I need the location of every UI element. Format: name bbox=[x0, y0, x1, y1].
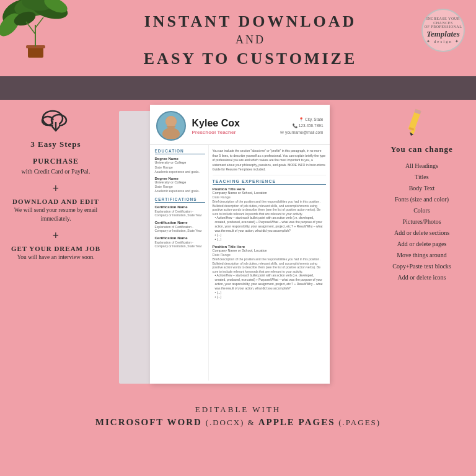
dark-banner bbox=[0, 76, 476, 100]
resume-body: EDUCATION Degree Name University or Coll… bbox=[150, 145, 330, 381]
purchase-section: PURCHASE with Credit Card or PayPal. bbox=[22, 157, 90, 176]
cert-item-2: Certification Name Explanation of Certif… bbox=[155, 221, 205, 233]
logo: INCREASE YOUR CHANCESOF PROFESSIONAL Tem… bbox=[421, 9, 465, 52]
footer-line2: MICROSOFT WORD (.docx) & APPLE PAGES (.p… bbox=[6, 417, 470, 428]
resume-header: Kylee Cox Preschool Teacher 📍City, State… bbox=[150, 105, 330, 145]
footer-docx: (.docx) & bbox=[206, 418, 255, 427]
change-item-add-delete-pages: Add or delete pages bbox=[392, 239, 451, 250]
change-item-fonts: Fonts (size and color) bbox=[392, 194, 451, 205]
change-item-add-delete-sections: Add or delete sections bbox=[392, 227, 451, 239]
resume-left-col: EDUCATION Degree Name University or Coll… bbox=[150, 145, 209, 381]
job-item-2: Position Title Here Company Name or Scho… bbox=[213, 245, 326, 299]
education-item-2: Degree Name University or College Date R… bbox=[155, 177, 205, 193]
resume-right-col: You can include the section "about me" o… bbox=[209, 145, 330, 381]
certifications-title: CERTIFICATIONS bbox=[155, 197, 205, 203]
header-line1: INSTANT DOWNLOAD bbox=[87, 11, 414, 32]
cert-item-1: Certification Name Explanation of Certif… bbox=[155, 205, 205, 218]
resume-summary: You can include the section "about me" o… bbox=[213, 149, 326, 175]
header-line2: AND bbox=[87, 32, 414, 48]
resume-job-title: Preschool Teacher bbox=[192, 130, 274, 135]
download-title: DOWNLOAD AND EDIT bbox=[6, 198, 105, 205]
change-item-copy-paste: Copy+Paste text blocks bbox=[392, 261, 451, 272]
change-item-move-around: Move things around bbox=[392, 250, 451, 261]
you-can-change-label: You can change bbox=[390, 144, 453, 154]
education-item-1: Degree Name University or College Date R… bbox=[155, 157, 205, 174]
footer-pages: (.pages) bbox=[338, 418, 381, 427]
plus-1: + bbox=[53, 182, 59, 195]
footer-line1: EDITABLE WITH bbox=[6, 405, 470, 415]
footer-word: MICROSOFT WORD bbox=[95, 417, 202, 427]
change-item-body-text: Body Text bbox=[392, 183, 451, 194]
purchase-title: PURCHASE bbox=[22, 157, 90, 166]
main-content: 3 Easy Steps PURCHASE with Credit Card o… bbox=[0, 100, 476, 397]
change-item-all-headings: All Headings bbox=[392, 161, 451, 172]
change-list: All Headings Titles Body Text Fonts (siz… bbox=[392, 161, 451, 283]
footer-apple: APPLE PAGES bbox=[258, 417, 335, 427]
resume-contact: 📍City, State 📞123.456.7891 ✉yourname@mai… bbox=[280, 117, 324, 136]
download-desc: We will send your resume by email immedi… bbox=[6, 206, 105, 223]
resume-name: Kylee Cox bbox=[192, 117, 274, 129]
resume-name-section: Kylee Cox Preschool Teacher bbox=[192, 117, 274, 135]
right-panel: You can change All Headings Titles Body … bbox=[374, 105, 470, 392]
top-header: INSTANT DOWNLOAD AND EASY TO CUSTOMIZE bbox=[0, 0, 476, 76]
plus-2: + bbox=[53, 229, 59, 242]
education-title: EDUCATION bbox=[155, 149, 205, 154]
change-item-colors: Colors bbox=[392, 205, 451, 216]
job-item-1: Position Title Here Company Name or Scho… bbox=[213, 187, 326, 242]
dream-desc: You will have an interview soon. bbox=[11, 253, 100, 262]
cloud-download-icon bbox=[39, 105, 73, 138]
header-line3: EASY TO CUSTOMIZE bbox=[87, 48, 414, 70]
cert-item-3: Certification Name Explanation of Certif… bbox=[155, 236, 205, 249]
change-item-add-delete-icons: Add or delete icons bbox=[392, 272, 451, 283]
svg-point-18 bbox=[162, 128, 180, 139]
bottom-footer: EDITABLE WITH MICROSOFT WORD (.docx) & A… bbox=[0, 397, 476, 434]
resume-container: Kylee Cox Preschool Teacher 📍City, State… bbox=[110, 105, 369, 392]
dream-title: GET YOUR DREAM JOB bbox=[11, 245, 100, 252]
change-item-titles: Titles bbox=[392, 172, 451, 183]
dream-section: GET YOUR DREAM JOB You will have an inte… bbox=[11, 245, 100, 262]
change-item-pictures: Pictures/Photos bbox=[392, 216, 451, 227]
experience-title: TEACHING EXPERIENCE bbox=[213, 179, 326, 185]
purchase-desc: with Credit Card or PayPal. bbox=[22, 167, 90, 176]
left-panel: 3 Easy Steps PURCHASE with Credit Card o… bbox=[6, 105, 105, 392]
download-section: DOWNLOAD AND EDIT We will send your resu… bbox=[6, 198, 105, 223]
resume-photo bbox=[156, 111, 186, 141]
resume-paper: Kylee Cox Preschool Teacher 📍City, State… bbox=[150, 105, 330, 384]
steps-label: 3 Easy Steps bbox=[30, 139, 81, 149]
pencil-icon bbox=[407, 107, 438, 141]
svg-point-19 bbox=[165, 116, 177, 127]
